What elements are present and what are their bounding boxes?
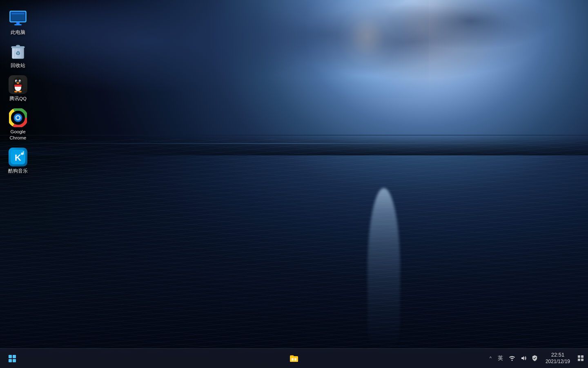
tray-expand-arrow: ^ — [490, 356, 492, 361]
taskbar-left — [3, 350, 21, 368]
svg-rect-44 — [578, 359, 580, 361]
svg-rect-42 — [578, 355, 580, 358]
svg-rect-43 — [581, 355, 584, 358]
qq-label: 腾讯QQ — [9, 96, 27, 102]
svg-rect-24 — [14, 85, 22, 87]
svg-text:K: K — [15, 153, 21, 163]
tray-expand-button[interactable]: ^ — [488, 354, 493, 362]
desktop-icon-qq[interactable]: 腾讯QQ — [3, 73, 33, 104]
chrome-icon — [9, 108, 27, 127]
file-explorer-icon — [289, 354, 299, 364]
moon-glow — [306, 0, 429, 98]
notification-button[interactable] — [577, 351, 585, 366]
clock-area[interactable]: 22:51 2021/12/19 — [542, 351, 573, 366]
kuwo-label: 酷狗音乐 — [8, 168, 28, 174]
taskbar-pinned-apps — [285, 350, 303, 368]
language-indicator[interactable]: 英 — [496, 354, 505, 363]
desktop-icon-chrome[interactable]: Google Chrome — [3, 106, 33, 144]
svg-point-34 — [16, 116, 20, 119]
monitor-icon — [9, 9, 27, 28]
ocean-overlay — [0, 139, 588, 352]
network-icon[interactable] — [508, 354, 516, 362]
win-logo-br — [13, 359, 16, 362]
win-logo-tr — [13, 355, 16, 358]
taskbar-file-explorer[interactable] — [285, 350, 303, 368]
recycle-icon: ♻ — [9, 42, 27, 61]
desktop-icon-kuwo[interactable]: K 酷狗音乐 — [3, 145, 33, 177]
svg-rect-6 — [14, 24, 22, 25]
svg-rect-12 — [17, 45, 19, 46]
clock-time: 22:51 — [551, 352, 565, 359]
clock-date: 2021/12/19 — [546, 359, 570, 365]
chrome-label: Google Chrome — [5, 129, 31, 141]
horizon-line — [0, 143, 588, 144]
svg-point-23 — [17, 82, 19, 84]
svg-rect-38 — [23, 151, 24, 155]
svg-point-21 — [16, 81, 17, 82]
svg-rect-5 — [16, 22, 20, 24]
my-computer-label: 此电脑 — [11, 29, 25, 36]
kuwo-icon: K — [9, 148, 27, 166]
desktop-icon-my-computer[interactable]: 此电脑 — [3, 7, 33, 38]
desktop-icon-recycle-bin[interactable]: ♻ 回收站 — [3, 40, 33, 71]
desktop: 此电脑 ♻ — [0, 0, 588, 368]
recycle-bin-label: 回收站 — [11, 63, 25, 69]
taskbar-system-tray: ^ 英 — [488, 351, 585, 366]
tree-silhouettes — [0, 135, 588, 155]
svg-point-41 — [511, 360, 512, 361]
start-button[interactable] — [3, 350, 21, 368]
qq-icon — [9, 75, 27, 94]
svg-rect-40 — [294, 358, 296, 361]
desktop-icons: 此电脑 ♻ — [0, 0, 33, 178]
svg-rect-4 — [11, 13, 24, 14]
moon-reflection — [368, 188, 400, 352]
clouds — [0, 0, 588, 139]
svg-point-26 — [18, 91, 22, 92]
win-logo-bl — [9, 359, 12, 362]
windows-logo-icon — [9, 355, 16, 362]
security-icon[interactable] — [531, 354, 539, 362]
svg-rect-39 — [292, 358, 294, 361]
svg-point-22 — [20, 81, 21, 82]
sound-icon[interactable] — [519, 354, 528, 362]
taskbar: ^ 英 — [0, 348, 588, 368]
svg-point-25 — [14, 91, 18, 92]
win-logo-tl — [9, 355, 12, 358]
svg-rect-45 — [581, 359, 584, 361]
